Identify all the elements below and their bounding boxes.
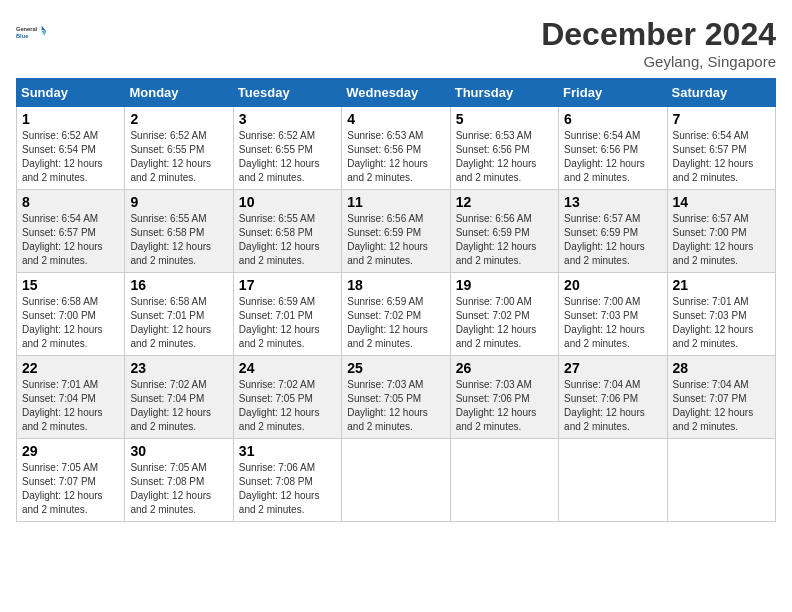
calendar-table: Sunday Monday Tuesday Wednesday Thursday… — [16, 78, 776, 522]
day-number: 31 — [239, 443, 336, 459]
calendar-cell — [450, 439, 558, 522]
calendar-cell: 7Sunrise: 6:54 AMSunset: 6:57 PMDaylight… — [667, 107, 775, 190]
col-sunday: Sunday — [17, 79, 125, 107]
calendar-cell: 25Sunrise: 7:03 AMSunset: 7:05 PMDayligh… — [342, 356, 450, 439]
title-area: December 2024 Geylang, Singapore — [541, 16, 776, 70]
col-saturday: Saturday — [667, 79, 775, 107]
day-info: Sunrise: 6:55 AMSunset: 6:58 PMDaylight:… — [130, 212, 227, 268]
calendar-cell: 3Sunrise: 6:52 AMSunset: 6:55 PMDaylight… — [233, 107, 341, 190]
day-info: Sunrise: 7:00 AMSunset: 7:03 PMDaylight:… — [564, 295, 661, 351]
day-info: Sunrise: 7:02 AMSunset: 7:05 PMDaylight:… — [239, 378, 336, 434]
header: GeneralBlue December 2024 Geylang, Singa… — [16, 16, 776, 70]
day-info: Sunrise: 6:56 AMSunset: 6:59 PMDaylight:… — [347, 212, 444, 268]
day-number: 28 — [673, 360, 770, 376]
day-info: Sunrise: 6:52 AMSunset: 6:55 PMDaylight:… — [239, 129, 336, 185]
calendar-cell: 27Sunrise: 7:04 AMSunset: 7:06 PMDayligh… — [559, 356, 667, 439]
day-info: Sunrise: 6:54 AMSunset: 6:57 PMDaylight:… — [673, 129, 770, 185]
calendar-week-5: 29Sunrise: 7:05 AMSunset: 7:07 PMDayligh… — [17, 439, 776, 522]
calendar-cell: 5Sunrise: 6:53 AMSunset: 6:56 PMDaylight… — [450, 107, 558, 190]
calendar-cell: 23Sunrise: 7:02 AMSunset: 7:04 PMDayligh… — [125, 356, 233, 439]
day-info: Sunrise: 6:54 AMSunset: 6:57 PMDaylight:… — [22, 212, 119, 268]
day-number: 12 — [456, 194, 553, 210]
calendar-cell: 17Sunrise: 6:59 AMSunset: 7:01 PMDayligh… — [233, 273, 341, 356]
day-number: 24 — [239, 360, 336, 376]
day-info: Sunrise: 6:52 AMSunset: 6:54 PMDaylight:… — [22, 129, 119, 185]
logo-icon: GeneralBlue — [16, 16, 48, 48]
calendar-cell: 16Sunrise: 6:58 AMSunset: 7:01 PMDayligh… — [125, 273, 233, 356]
calendar-cell: 13Sunrise: 6:57 AMSunset: 6:59 PMDayligh… — [559, 190, 667, 273]
day-info: Sunrise: 6:55 AMSunset: 6:58 PMDaylight:… — [239, 212, 336, 268]
day-info: Sunrise: 6:56 AMSunset: 6:59 PMDaylight:… — [456, 212, 553, 268]
day-number: 25 — [347, 360, 444, 376]
day-info: Sunrise: 6:58 AMSunset: 7:01 PMDaylight:… — [130, 295, 227, 351]
day-number: 7 — [673, 111, 770, 127]
header-row: Sunday Monday Tuesday Wednesday Thursday… — [17, 79, 776, 107]
svg-marker-2 — [42, 26, 47, 31]
day-number: 19 — [456, 277, 553, 293]
day-number: 29 — [22, 443, 119, 459]
calendar-cell: 6Sunrise: 6:54 AMSunset: 6:56 PMDaylight… — [559, 107, 667, 190]
calendar-week-1: 1Sunrise: 6:52 AMSunset: 6:54 PMDaylight… — [17, 107, 776, 190]
svg-text:Blue: Blue — [16, 33, 28, 39]
svg-text:General: General — [16, 26, 38, 32]
day-number: 1 — [22, 111, 119, 127]
day-number: 5 — [456, 111, 553, 127]
calendar-cell: 4Sunrise: 6:53 AMSunset: 6:56 PMDaylight… — [342, 107, 450, 190]
day-info: Sunrise: 6:54 AMSunset: 6:56 PMDaylight:… — [564, 129, 661, 185]
day-number: 8 — [22, 194, 119, 210]
day-number: 14 — [673, 194, 770, 210]
day-info: Sunrise: 6:53 AMSunset: 6:56 PMDaylight:… — [347, 129, 444, 185]
day-number: 9 — [130, 194, 227, 210]
calendar-cell: 12Sunrise: 6:56 AMSunset: 6:59 PMDayligh… — [450, 190, 558, 273]
day-number: 13 — [564, 194, 661, 210]
day-number: 10 — [239, 194, 336, 210]
day-info: Sunrise: 7:04 AMSunset: 7:06 PMDaylight:… — [564, 378, 661, 434]
day-number: 15 — [22, 277, 119, 293]
col-wednesday: Wednesday — [342, 79, 450, 107]
calendar-cell: 20Sunrise: 7:00 AMSunset: 7:03 PMDayligh… — [559, 273, 667, 356]
svg-marker-3 — [42, 31, 47, 36]
calendar-cell: 9Sunrise: 6:55 AMSunset: 6:58 PMDaylight… — [125, 190, 233, 273]
calendar-cell: 28Sunrise: 7:04 AMSunset: 7:07 PMDayligh… — [667, 356, 775, 439]
day-number: 23 — [130, 360, 227, 376]
day-number: 27 — [564, 360, 661, 376]
calendar-cell: 19Sunrise: 7:00 AMSunset: 7:02 PMDayligh… — [450, 273, 558, 356]
day-info: Sunrise: 7:01 AMSunset: 7:03 PMDaylight:… — [673, 295, 770, 351]
calendar-cell: 15Sunrise: 6:58 AMSunset: 7:00 PMDayligh… — [17, 273, 125, 356]
day-number: 22 — [22, 360, 119, 376]
calendar-cell: 24Sunrise: 7:02 AMSunset: 7:05 PMDayligh… — [233, 356, 341, 439]
day-info: Sunrise: 6:59 AMSunset: 7:01 PMDaylight:… — [239, 295, 336, 351]
day-info: Sunrise: 7:02 AMSunset: 7:04 PMDaylight:… — [130, 378, 227, 434]
day-info: Sunrise: 7:06 AMSunset: 7:08 PMDaylight:… — [239, 461, 336, 517]
day-number: 21 — [673, 277, 770, 293]
day-info: Sunrise: 6:52 AMSunset: 6:55 PMDaylight:… — [130, 129, 227, 185]
calendar-cell: 8Sunrise: 6:54 AMSunset: 6:57 PMDaylight… — [17, 190, 125, 273]
day-info: Sunrise: 7:00 AMSunset: 7:02 PMDaylight:… — [456, 295, 553, 351]
col-thursday: Thursday — [450, 79, 558, 107]
calendar-cell — [559, 439, 667, 522]
calendar-week-2: 8Sunrise: 6:54 AMSunset: 6:57 PMDaylight… — [17, 190, 776, 273]
day-number: 3 — [239, 111, 336, 127]
day-info: Sunrise: 7:03 AMSunset: 7:06 PMDaylight:… — [456, 378, 553, 434]
month-title: December 2024 — [541, 16, 776, 53]
day-number: 6 — [564, 111, 661, 127]
col-tuesday: Tuesday — [233, 79, 341, 107]
calendar-week-3: 15Sunrise: 6:58 AMSunset: 7:00 PMDayligh… — [17, 273, 776, 356]
day-number: 16 — [130, 277, 227, 293]
day-number: 2 — [130, 111, 227, 127]
day-number: 30 — [130, 443, 227, 459]
calendar-cell: 29Sunrise: 7:05 AMSunset: 7:07 PMDayligh… — [17, 439, 125, 522]
day-info: Sunrise: 6:57 AMSunset: 6:59 PMDaylight:… — [564, 212, 661, 268]
day-info: Sunrise: 6:59 AMSunset: 7:02 PMDaylight:… — [347, 295, 444, 351]
day-info: Sunrise: 7:04 AMSunset: 7:07 PMDaylight:… — [673, 378, 770, 434]
calendar-body: 1Sunrise: 6:52 AMSunset: 6:54 PMDaylight… — [17, 107, 776, 522]
day-number: 18 — [347, 277, 444, 293]
day-number: 26 — [456, 360, 553, 376]
calendar-cell: 30Sunrise: 7:05 AMSunset: 7:08 PMDayligh… — [125, 439, 233, 522]
calendar-cell — [342, 439, 450, 522]
calendar-cell: 11Sunrise: 6:56 AMSunset: 6:59 PMDayligh… — [342, 190, 450, 273]
day-info: Sunrise: 6:53 AMSunset: 6:56 PMDaylight:… — [456, 129, 553, 185]
calendar-cell: 18Sunrise: 6:59 AMSunset: 7:02 PMDayligh… — [342, 273, 450, 356]
calendar-cell: 22Sunrise: 7:01 AMSunset: 7:04 PMDayligh… — [17, 356, 125, 439]
day-info: Sunrise: 6:58 AMSunset: 7:00 PMDaylight:… — [22, 295, 119, 351]
